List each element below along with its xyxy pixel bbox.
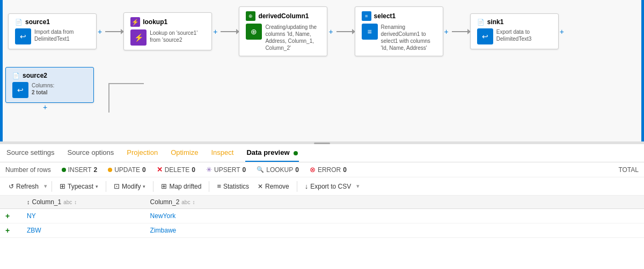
export-chevron[interactable]: ▾ [356,183,360,190]
node-lookup1[interactable]: ⚡ lookup1 ⚡ Lookup on 'source1' from 'so… [123,12,212,50]
derivedcolumn1-title: derivedColumn1 [258,12,309,20]
sort-updown-icon-col1[interactable]: ↕ [27,199,30,205]
modify-chevron: ▾ [143,184,145,189]
typecast-button[interactable]: ⊞ Typecast ▾ [56,180,101,192]
toolbar-sep-4 [209,181,209,192]
node-derivedcolumn1[interactable]: ⊕ derivedColumn1 ⊕ Creating/updating the… [239,6,327,56]
sort-icon-col1[interactable]: ↕ [74,199,77,205]
modify-icon: ⊡ [114,182,120,190]
map-drifted-button[interactable]: ⊞ Map drifted [158,180,204,192]
row2-col1: ZBW [21,223,145,238]
sort-icon-col2[interactable]: ↕ [192,199,195,205]
row1-col2: NewYork [145,209,258,223]
tab-inspect[interactable]: Inspect [210,144,235,162]
divider-grip [314,143,330,144]
remove-icon: ✕ [258,183,263,190]
stat-error: ⊗ ERROR 0 [310,166,347,174]
typecast-chevron: ▾ [96,184,98,189]
th-column1: ↕ Column_1 abc ↕ [21,196,145,209]
statistics-icon: ≡ [217,182,221,190]
th-empty [258,196,644,209]
stat-insert: INSERT 2 [62,166,97,174]
typecast-icon: ⊞ [60,182,65,190]
modify-button[interactable]: ⊡ Modify ▾ [111,180,149,192]
data-preview-dot [294,151,298,155]
toolbar-sep-3 [153,181,153,192]
th-indicator [0,196,21,209]
row2-indicator: + [0,223,21,238]
lookup1-header-icon: ⚡ [130,17,140,27]
error-circle-icon: ⊗ [310,166,316,174]
tab-data-preview[interactable]: Data preview [245,144,299,162]
sink1-plus[interactable]: + [560,27,564,36]
th-column2: Column_2 abc ↕ [145,196,258,209]
lookup1-title: lookup1 [143,18,167,26]
derived1-header-icon: ⊕ [246,11,255,21]
table-row: + ZBW Zimbawe [0,223,644,238]
delete-x-icon: ✕ [157,166,163,174]
row1-col1: NY [21,209,145,223]
toolbar-sep-2 [106,181,106,192]
refresh-chevron[interactable]: ▾ [44,183,47,190]
lookup-search-icon: 🔍 [257,166,264,173]
source2-title: source2 [23,72,47,79]
derived1-plus[interactable]: + [328,27,333,36]
tab-optimize[interactable]: Optimize [170,144,199,162]
insert-dot [62,168,66,172]
source2-icon: ↩ [12,82,28,98]
select1-plus[interactable]: + [444,27,449,36]
pipeline-canvas: 📄 source1 ↩ Import data from DelimitedTe… [0,0,644,142]
derivedcolumn1-desc: Creating/updating the columns 'Id, Name,… [265,24,320,51]
source2-desc: Columns: 2 total [32,82,54,98]
tab-source-options[interactable]: Source options [67,144,115,162]
select1-icon: ≡ [362,24,378,40]
stats-bar: Number of rows INSERT 2 UPDATE 0 ✕ DELET… [0,162,644,177]
upsert-star-icon: ✳ [206,166,212,174]
sink1-title: sink1 [487,18,504,26]
source1-icon: ↩ [15,28,31,44]
toolbar-sep-1 [52,181,52,192]
arrow-3 [336,31,353,32]
refresh-button[interactable]: ↺ Refresh [5,181,42,192]
select1-title: select1 [374,12,396,20]
stat-lookup: 🔍 LOOKUP 0 [257,166,299,174]
remove-button[interactable]: ✕ Remove [254,181,292,192]
arrow-4 [452,31,468,32]
source2-container: 📄 source2 ↩ Columns: 2 total + [5,67,94,111]
row2-empty [258,223,644,238]
tab-projection[interactable]: Projection [126,144,159,162]
data-table: ↕ Column_1 abc ↕ Column_2 abc ↕ [0,196,644,238]
tab-source-settings[interactable]: Source settings [5,144,56,162]
node-sink1[interactable]: 📄 sink1 ↩ Export data to DelimitedText3 [470,13,559,49]
connector-vertical-line [108,83,109,113]
row1-indicator: + [0,209,21,223]
row1-empty [258,209,644,223]
lookup1-icon: ⚡ [130,29,147,46]
stat-update: UPDATE 0 [108,166,145,174]
source1-plus[interactable]: + [98,27,102,36]
update-dot [108,168,112,172]
select1-desc: Renaming derivedColumn1 to select1 with … [381,24,436,51]
arrow-1 [105,31,121,32]
right-blue-bar [641,0,644,142]
statistics-button[interactable]: ≡ Statistics [214,180,252,192]
source1-title: source1 [25,18,50,26]
node-source1[interactable]: 📄 source1 ↩ Import data from DelimitedTe… [8,13,97,49]
export-csv-button[interactable]: ↓ Export to CSV [302,180,355,192]
source1-file-icon: 📄 [15,19,23,26]
node-select1[interactable]: ≡ select1 ≡ Renaming derivedColumn1 to s… [355,6,443,56]
stat-upsert: ✳ UPSERT 0 [206,166,246,174]
derived1-icon: ⊕ [246,24,262,40]
refresh-icon: ↺ [9,183,14,190]
stat-number-of-rows: Number of rows [5,166,51,174]
arrow-2 [221,31,237,32]
node-source2[interactable]: 📄 source2 ↩ Columns: 2 total [5,67,94,103]
map-drifted-icon: ⊞ [161,182,167,190]
toolbar-sep-5 [297,181,297,192]
left-blue-bar [0,0,3,142]
sink1-desc: Export data to DelimitedText3 [496,28,552,44]
row2-col2: Zimbawe [145,223,258,238]
lookup1-plus[interactable]: + [213,27,217,36]
stat-delete: ✕ DELETE 0 [157,166,195,174]
source2-plus[interactable]: + [43,103,93,111]
